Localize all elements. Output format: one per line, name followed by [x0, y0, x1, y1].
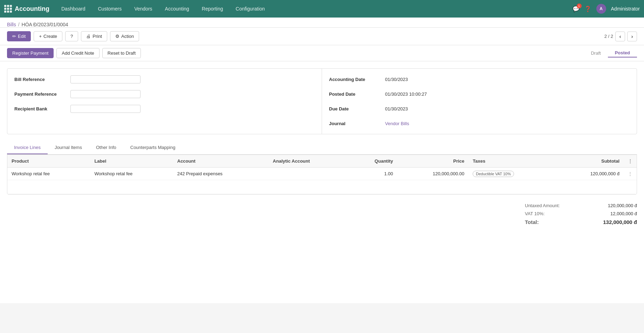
due-date-field: Due Date 01/30/2023 — [329, 104, 630, 114]
print-button[interactable]: 🖨 Print — [81, 31, 107, 41]
form-section: Bill Reference Payment Reference Recipie… — [7, 68, 637, 134]
journal-label: Journal — [329, 121, 385, 126]
main-content: Bill Reference Payment Reference Recipie… — [0, 61, 644, 303]
nav-item-dashboard[interactable]: Dashboard — [56, 4, 90, 14]
recipient-bank-field: Recipient Bank — [14, 104, 315, 114]
reset-to-draft-button[interactable]: Reset to Draft — [102, 48, 141, 58]
vat-label: VAT 10%: — [525, 211, 544, 216]
status-steps: Draft Posted — [584, 49, 637, 57]
total-row: Total: 132,000,000 đ — [525, 218, 637, 226]
nav-item-accounting[interactable]: Accounting — [160, 4, 194, 14]
col-taxes: Taxes — [468, 155, 557, 168]
cell-account: 242 Prepaid expenses — [173, 168, 269, 180]
untaxed-value: 120,000,000 đ — [608, 203, 637, 208]
bill-reference-field: Bill Reference — [14, 74, 315, 84]
pagination: 2 / 2 ‹ › — [604, 32, 637, 41]
print-icon: 🖨 — [86, 34, 91, 39]
nav-item-customers[interactable]: Customers — [93, 4, 127, 14]
col-analytic-account: Analytic Account — [269, 155, 350, 168]
accounting-date-label: Accounting Date — [329, 77, 385, 82]
help-button[interactable]: ❓ — [584, 6, 591, 12]
status-posted: Posted — [608, 49, 637, 57]
totals-section: Untaxed Amount: 120,000,000 đ VAT 10%: 1… — [7, 202, 637, 226]
accounting-date-field: Accounting Date 01/30/2023 — [329, 74, 630, 84]
plus-icon: + — [39, 34, 42, 39]
nav-item-configuration[interactable]: Configuration — [231, 4, 270, 14]
journal-value[interactable]: Vendor Bills — [385, 121, 409, 126]
table-row: Workshop retal fee Workshop retal fee 24… — [7, 168, 637, 180]
recipient-bank-label: Recipient Bank — [14, 106, 70, 111]
tab-counterparts-mapping[interactable]: Counterparts Mapping — [123, 141, 183, 154]
grid-icon — [4, 5, 12, 13]
bill-reference-input[interactable] — [70, 75, 141, 83]
action-button[interactable]: ⚙ Action — [110, 31, 139, 41]
form-left: Bill Reference Payment Reference Recipie… — [7, 69, 322, 134]
col-menu: ⋮ — [624, 155, 637, 168]
breadcrumb-current: HÓA Đ/2023/01/0004 — [22, 22, 68, 27]
nav-item-reporting[interactable]: Reporting — [197, 4, 228, 14]
col-quantity: Quantity — [349, 155, 397, 168]
next-page-button[interactable]: › — [627, 32, 637, 41]
tabs: Invoice Lines Journal Items Other Info C… — [7, 141, 637, 155]
brand-label: Accounting — [15, 5, 49, 13]
untaxed-amount-row: Untaxed Amount: 120,000,000 đ — [525, 202, 637, 210]
form-right: Accounting Date 01/30/2023 Posted Date 0… — [322, 69, 637, 134]
vat-value: 12,000,000 đ — [610, 211, 637, 216]
notifications-button[interactable]: 💬 1 — [573, 6, 580, 12]
tab-journal-items[interactable]: Journal Items — [48, 141, 89, 154]
payment-reference-field: Payment Reference — [14, 89, 315, 99]
col-account: Account — [173, 155, 269, 168]
due-date-label: Due Date — [329, 106, 385, 111]
vat-row: VAT 10%: 12,000,000 đ — [525, 210, 637, 218]
add-credit-note-button[interactable]: Add Credit Note — [56, 48, 100, 58]
edit-icon: ✏ — [12, 34, 16, 39]
app-brand[interactable]: Accounting — [4, 5, 49, 13]
posted-date-field: Posted Date 01/30/2023 10:00:27 — [329, 89, 630, 99]
prev-page-button[interactable]: ‹ — [615, 32, 625, 41]
total-value: 132,000,000 đ — [603, 219, 637, 225]
recipient-bank-input[interactable] — [70, 105, 141, 113]
total-label: Total: — [525, 219, 539, 225]
journal-field: Journal Vendor Bills — [329, 118, 630, 128]
cell-label: Workshop retal fee — [90, 168, 173, 180]
due-date-value: 01/30/2023 — [385, 106, 408, 111]
invoice-lines-table: Product Label Account Analytic Account Q… — [7, 155, 637, 195]
cell-subtotal: 120,000,000 đ — [557, 168, 624, 180]
help-button[interactable]: ? — [65, 31, 78, 41]
admin-label[interactable]: Administrator — [611, 6, 640, 12]
cell-price: 120,000,000.00 — [397, 168, 468, 180]
col-price: Price — [397, 155, 468, 168]
tab-invoice-lines[interactable]: Invoice Lines — [7, 141, 48, 154]
totals-table: Untaxed Amount: 120,000,000 đ VAT 10%: 1… — [525, 202, 637, 226]
action-bar: Register Payment Add Credit Note Reset t… — [0, 45, 644, 61]
notification-badge: 1 — [577, 4, 582, 8]
col-product: Product — [7, 155, 90, 168]
breadcrumb-separator: / — [18, 22, 20, 27]
cell-taxes: Deductible VAT 10% — [468, 168, 557, 180]
payment-reference-input[interactable] — [70, 90, 141, 98]
avatar: A — [596, 4, 606, 14]
top-navigation: Accounting Dashboard Customers Vendors A… — [0, 0, 644, 18]
posted-date-label: Posted Date — [329, 91, 385, 97]
register-payment-button[interactable]: Register Payment — [7, 48, 54, 58]
payment-reference-label: Payment Reference — [14, 91, 70, 97]
toolbar: ✏ Edit + Create ? 🖨 Print ⚙ Action 2 / 2… — [0, 28, 644, 45]
cell-product: Workshop retal fee — [7, 168, 90, 180]
create-button[interactable]: + Create — [34, 31, 62, 41]
col-label: Label — [90, 155, 173, 168]
tax-tag: Deductible VAT 10% — [473, 171, 514, 177]
edit-button[interactable]: ✏ Edit — [7, 31, 31, 41]
nav-item-vendors[interactable]: Vendors — [129, 4, 157, 14]
untaxed-label: Untaxed Amount: — [525, 203, 560, 208]
tab-other-info[interactable]: Other Info — [89, 141, 123, 154]
status-draft: Draft — [584, 49, 608, 57]
nav-right: 💬 1 ❓ A Administrator — [573, 4, 640, 14]
cell-menu[interactable]: ⋮ — [624, 168, 637, 180]
cell-quantity: 1.00 — [349, 168, 397, 180]
col-subtotal: Subtotal — [557, 155, 624, 168]
breadcrumb-parent[interactable]: Bills — [7, 22, 16, 27]
accounting-date-value: 01/30/2023 — [385, 77, 408, 82]
breadcrumb: Bills / HÓA Đ/2023/01/0004 — [0, 18, 644, 28]
gear-icon: ⚙ — [115, 34, 119, 39]
cell-analytic-account — [269, 168, 350, 180]
